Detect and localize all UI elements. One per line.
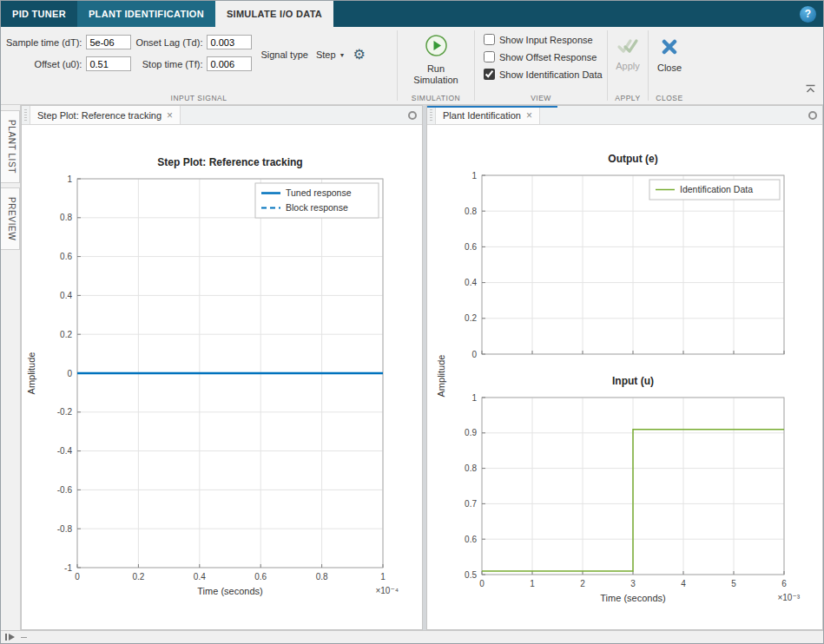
plant-identification-tabbar: Plant Identification ×: [427, 106, 822, 125]
svg-text:-0.4: -0.4: [57, 446, 73, 456]
view-section-label: VIEW: [475, 94, 607, 102]
svg-text:0.6: 0.6: [254, 572, 267, 582]
show-identification-data-label: Show Identification Data: [499, 69, 603, 80]
step-plot-chart: 00.20.40.60.81-1-0.8-0.6-0.4-0.200.20.40…: [22, 125, 420, 628]
panel-options-icon[interactable]: [408, 111, 417, 120]
collapse-toolstrip-icon[interactable]: [805, 82, 816, 97]
input-signal-section-label: INPUT SIGNAL: [1, 94, 397, 102]
svg-text:5: 5: [731, 579, 736, 588]
svg-text:×10⁻⁴: ×10⁻⁴: [375, 586, 399, 595]
offset-label: Offset (u0):: [6, 59, 82, 69]
svg-text:0: 0: [67, 369, 72, 378]
svg-text:2: 2: [580, 579, 585, 588]
step-plot-panel: Step Plot: Reference tracking × 00.20.40…: [21, 105, 423, 630]
close-tab-icon[interactable]: ×: [167, 110, 173, 121]
signal-type-value: Step: [316, 49, 336, 60]
tab-pid-tuner[interactable]: PID TUNER: [1, 1, 77, 27]
plant-identification-panel: Plant Identification × Amplitude 00.20.4…: [426, 105, 823, 630]
side-tab-strip: PLANT LIST PREVIEW: [1, 105, 21, 630]
sample-time-input[interactable]: [86, 35, 131, 49]
run-icon: [425, 34, 448, 61]
show-identification-data-row[interactable]: Show Identification Data: [484, 69, 607, 80]
sidebar-tab-preview[interactable]: PREVIEW: [1, 187, 20, 250]
input-signal-fields: Sample time (dT): Onset Lag (Td): Offset…: [6, 35, 252, 71]
run-simulation-label: Run Simulation: [409, 63, 463, 86]
input-chart: 01234560.50.60.70.80.91Input (u)Time (se…: [427, 371, 822, 627]
show-offset-response-checkbox[interactable]: [484, 51, 495, 62]
show-input-response-row[interactable]: Show Input Response: [484, 34, 607, 45]
svg-text:0.2: 0.2: [132, 572, 144, 582]
document-area: PLANT LIST PREVIEW Step Plot: Reference …: [1, 105, 823, 630]
section-input-signal: Sample time (dT): Onset Lag (Td): Offset…: [1, 27, 397, 104]
step-plot-content: 00.20.40.60.81-1-0.8-0.6-0.4-0.200.20.40…: [22, 125, 422, 629]
svg-text:0.8: 0.8: [316, 572, 328, 582]
svg-text:0.4: 0.4: [194, 572, 206, 582]
show-input-response-label: Show Input Response: [499, 35, 593, 45]
toolstrip-tabbar: PID TUNER PLANT IDENTIFICATION SIMULATE …: [1, 1, 823, 27]
svg-text:0: 0: [479, 579, 485, 588]
svg-text:1: 1: [471, 171, 477, 181]
offset-input[interactable]: [86, 56, 131, 71]
svg-text:0.8: 0.8: [60, 213, 72, 222]
svg-text:×10⁻³: ×10⁻³: [777, 593, 800, 602]
svg-text:Output (e): Output (e): [608, 153, 657, 165]
stop-time-input[interactable]: [207, 56, 252, 71]
step-plot-tabbar: Step Plot: Reference tracking ×: [22, 106, 422, 125]
show-identification-data-checkbox[interactable]: [484, 69, 495, 80]
simulation-section-label: SIMULATION: [398, 94, 474, 102]
show-offset-response-row[interactable]: Show Offset Response: [484, 51, 607, 62]
show-input-response-checkbox[interactable]: [484, 34, 495, 45]
show-offset-response-label: Show Offset Response: [499, 52, 597, 62]
svg-text:0: 0: [471, 350, 477, 359]
svg-text:3: 3: [630, 579, 636, 588]
help-icon[interactable]: ?: [800, 6, 816, 23]
plant-identification-tab[interactable]: Plant Identification ×: [435, 106, 540, 124]
stop-time-label: Stop time (Tf):: [135, 59, 202, 69]
plant-identification-content: Amplitude 00.20.40.60.81Output (e)Identi…: [427, 125, 822, 629]
svg-text:1: 1: [380, 572, 386, 582]
output-chart: 00.20.40.60.81Output (e)Identification D…: [427, 125, 822, 371]
svg-text:Amplitude: Amplitude: [26, 352, 36, 395]
ribbon: Sample time (dT): Onset Lag (Td): Offset…: [1, 27, 823, 105]
svg-text:6: 6: [781, 579, 787, 588]
svg-text:0.4: 0.4: [465, 278, 477, 287]
close-tab-icon[interactable]: ×: [526, 110, 532, 121]
gear-icon[interactable]: ⚙: [353, 48, 365, 62]
step-plot-tab-label: Step Plot: Reference tracking: [37, 110, 162, 121]
svg-text:Input (u): Input (u): [612, 375, 654, 387]
svg-text:0.5: 0.5: [465, 570, 477, 580]
status-dash: [21, 637, 27, 638]
svg-text:0.6: 0.6: [60, 252, 72, 261]
run-simulation-button[interactable]: Run Simulation: [409, 34, 463, 86]
sidebar-tab-plant-list[interactable]: PLANT LIST: [1, 110, 20, 183]
svg-text:0.6: 0.6: [465, 242, 477, 252]
show-panel-icon[interactable]: [4, 629, 16, 644]
ribbon-spacer: [690, 27, 823, 104]
signal-type-dropdown[interactable]: Step ▼: [313, 48, 348, 62]
section-view: Show Input Response Show Offset Response…: [475, 27, 607, 104]
svg-text:Identification Data: Identification Data: [680, 184, 753, 194]
drag-handle[interactable]: [24, 109, 27, 121]
svg-text:Tuned response: Tuned response: [286, 187, 352, 198]
svg-text:0.8: 0.8: [465, 207, 477, 216]
step-plot-tab[interactable]: Step Plot: Reference tracking ×: [30, 106, 181, 124]
svg-text:Block response: Block response: [286, 202, 348, 213]
status-bar: [1, 630, 823, 643]
panel-options-icon[interactable]: [808, 111, 817, 120]
close-x-icon: [660, 37, 679, 60]
tab-plant-identification[interactable]: PLANT IDENTIFICATION: [77, 1, 215, 27]
close-button[interactable]: Close: [643, 37, 696, 74]
svg-text:-1: -1: [64, 563, 72, 573]
drag-handle[interactable]: [430, 109, 432, 121]
plant-identification-tab-label: Plant Identification: [443, 110, 521, 121]
svg-text:-0.6: -0.6: [57, 485, 73, 495]
tab-simulate-io-data[interactable]: SIMULATE I/O DATA: [215, 1, 333, 27]
svg-text:0.2: 0.2: [60, 330, 72, 339]
chevron-down-icon: ▼: [339, 52, 346, 58]
apply-check-icon: [616, 37, 639, 58]
signal-type-group: Signal type Step ▼ ⚙: [260, 48, 365, 62]
onset-lag-input[interactable]: [207, 35, 252, 49]
svg-text:0.6: 0.6: [465, 535, 477, 544]
svg-text:1: 1: [530, 579, 535, 588]
svg-text:1: 1: [67, 174, 72, 184]
